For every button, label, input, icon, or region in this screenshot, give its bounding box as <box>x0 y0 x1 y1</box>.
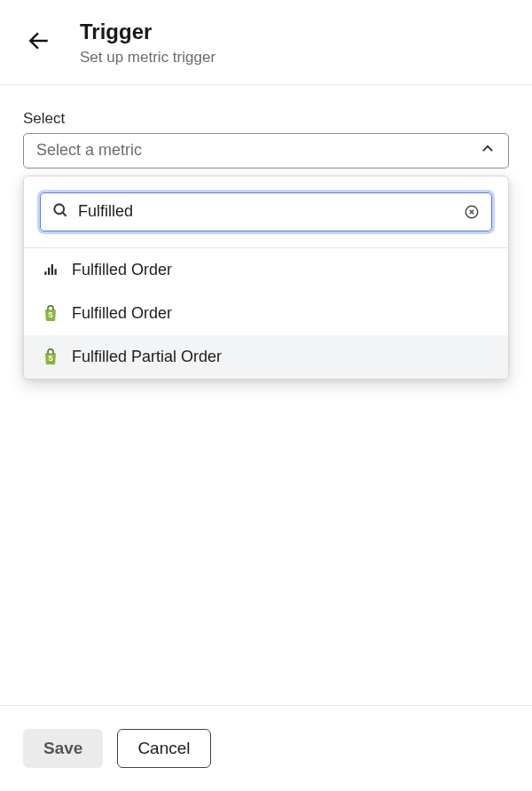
svg-line-1 <box>63 212 66 215</box>
shopping-bag-icon: S <box>42 304 59 322</box>
metric-icon <box>42 261 59 278</box>
search-input[interactable] <box>78 202 456 221</box>
close-circle-icon <box>464 204 480 220</box>
page-subtitle: Set up metric trigger <box>80 49 215 67</box>
metric-option[interactable]: Fulfilled Order <box>24 248 508 292</box>
shopping-bag-icon: S <box>42 348 59 365</box>
metric-select[interactable]: Select a metric <box>23 133 509 168</box>
metric-option[interactable]: S Fulfilled Order <box>24 292 508 335</box>
back-button[interactable] <box>23 25 55 57</box>
clear-search-button[interactable] <box>463 203 481 221</box>
search-input-wrap[interactable] <box>40 192 492 231</box>
metric-option[interactable]: S Fulfilled Partial Order <box>24 335 508 379</box>
options-list: Fulfilled Order S Fulfilled Order S Fulf… <box>24 248 508 379</box>
save-button[interactable]: Save <box>23 729 103 768</box>
metric-option-label: Fulfilled Order <box>72 261 172 279</box>
page-title: Trigger <box>80 20 215 45</box>
metric-option-label: Fulfilled Partial Order <box>72 348 222 366</box>
footer: Save Cancel <box>0 705 532 791</box>
metric-option-label: Fulfilled Order <box>72 304 172 323</box>
metric-dropdown: Fulfilled Order S Fulfilled Order S Fulf… <box>23 176 509 380</box>
arrow-left-icon <box>27 29 51 52</box>
select-placeholder: Select a metric <box>36 141 142 160</box>
cancel-button[interactable]: Cancel <box>117 729 210 768</box>
chevron-up-icon <box>480 141 496 161</box>
svg-text:S: S <box>48 356 53 364</box>
svg-point-0 <box>54 204 64 214</box>
select-label: Select <box>23 110 509 128</box>
search-icon <box>51 201 69 223</box>
svg-text:S: S <box>48 312 53 320</box>
page-header: Trigger Set up metric trigger <box>0 0 532 84</box>
